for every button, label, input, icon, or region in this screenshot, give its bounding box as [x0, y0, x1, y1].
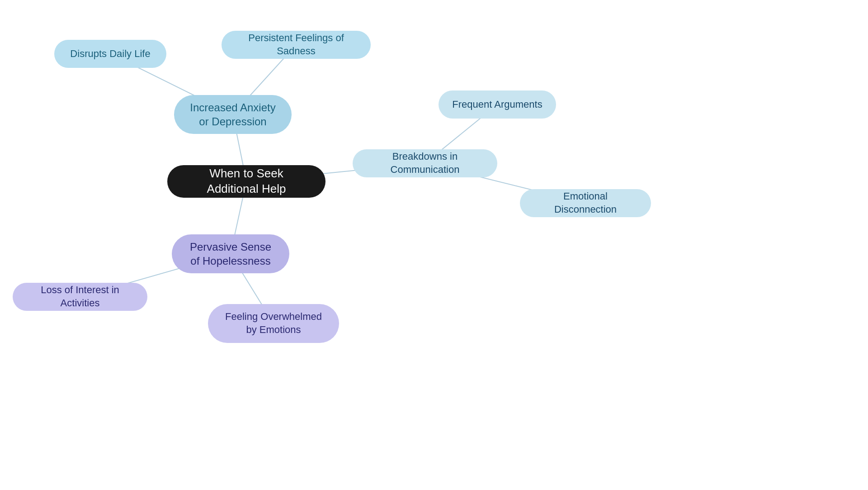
- center-label: When to Seek Additional Help: [189, 166, 304, 197]
- persistent-label: Persistent Feelings of Sadness: [234, 32, 358, 57]
- pervasive-label: Pervasive Sense of Hopelessness: [184, 240, 277, 268]
- breakdowns-label: Breakdowns in Communication: [365, 150, 485, 176]
- emotional-label: Emotional Disconnection: [533, 190, 638, 216]
- frequent-node: Frequent Arguments: [439, 90, 556, 119]
- overwhelmed-node: Feeling Overwhelmed by Emotions: [208, 304, 339, 343]
- persistent-node: Persistent Feelings of Sadness: [222, 31, 371, 59]
- center-node: When to Seek Additional Help: [167, 165, 326, 198]
- frequent-label: Frequent Arguments: [452, 98, 542, 111]
- pervasive-node: Pervasive Sense of Hopelessness: [172, 234, 289, 273]
- emotional-node: Emotional Disconnection: [520, 189, 651, 217]
- breakdowns-node: Breakdowns in Communication: [353, 149, 497, 177]
- overwhelmed-label: Feeling Overwhelmed by Emotions: [221, 310, 326, 336]
- disrupts-node: Disrupts Daily Life: [54, 40, 166, 68]
- anxiety-label: Increased Anxiety or Depression: [187, 100, 279, 128]
- loss-label: Loss of Interest in Activities: [25, 284, 135, 309]
- anxiety-node: Increased Anxiety or Depression: [174, 95, 292, 134]
- loss-node: Loss of Interest in Activities: [13, 283, 147, 311]
- disrupts-label: Disrupts Daily Life: [70, 48, 150, 61]
